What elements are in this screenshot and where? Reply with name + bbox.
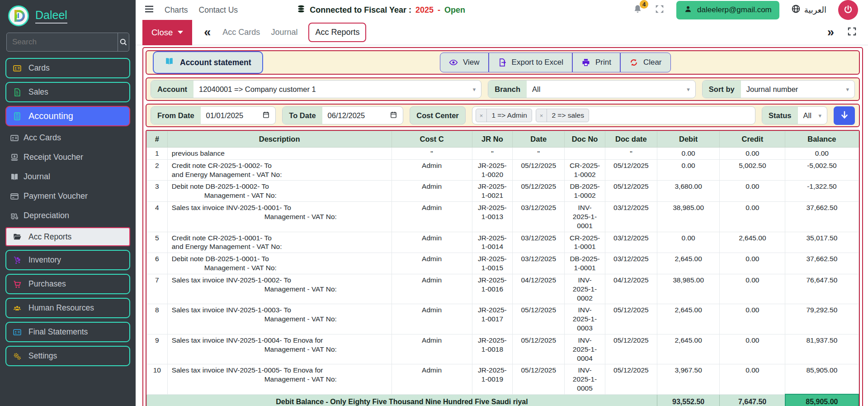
cell-cost-center: Admin [392,232,472,253]
cell-date: 03/12/2025 [513,253,565,274]
sidebar-item-receipt-voucher[interactable]: Receipt Voucher [5,148,130,166]
cell-cost-center: Admin [392,202,472,232]
table-row: 2Credit note CR-2025-1-0002- Toand Energ… [147,159,859,181]
notifications-bell-icon[interactable]: 4 [632,4,643,16]
user-account-button[interactable]: daleelerp@gmail.com [676,1,779,19]
sidebar-item-settings[interactable]: Settings [5,346,130,366]
to-date-field[interactable]: To Date 06/12/2025 [282,106,403,124]
action-label: Print [595,58,611,67]
topbar-link-contact-us[interactable]: Contact Us [199,5,238,15]
logout-power-button[interactable] [838,0,858,20]
tractor-icon [10,211,19,220]
tabbar-right: » [827,26,857,38]
expand-arrows-icon[interactable] [655,4,665,16]
action-label: Clear [643,58,662,67]
cell-debit: 2,645.00 [657,253,720,274]
sort-by-select[interactable]: Sort by Journal number ▾ [702,80,855,98]
cell-description: Sales tax invoice INV-2025-1-0004- To En… [167,334,392,364]
cell-doc-date: 03/12/2025 [605,232,657,253]
from-date-field[interactable]: From Date 01/01/2025 [151,106,276,124]
sidebar-item-purchases[interactable]: Purchases [5,274,130,294]
sidebar-item-final-statements[interactable]: Final Statements [5,322,130,342]
brand-name[interactable]: Daleel [35,9,67,24]
sidebar-item-label: Final Statements [28,327,88,337]
cell-doc-no: DB-2025- 1-0002 [565,181,605,202]
cell-description: Credit note CR-2025-1-0001- Toand Energy… [167,232,392,253]
sidebar-item-acc-cards[interactable]: Acc Cards [5,129,130,147]
tab-acc-reports[interactable]: Acc Reports [308,23,366,42]
app-root: Daleel CardsSalesAccountingAcc CardsRece… [0,0,868,406]
tab-acc-cards[interactable]: Acc Cards [222,28,260,37]
topbar-links: ChartsContact Us [165,5,238,15]
cost-center-tag: ×1 => Admin [476,109,532,122]
power-icon [843,5,853,16]
close-button[interactable]: Close [142,20,192,45]
folder-open-icon [13,232,22,241]
cell-debit: 2,645.00 [657,304,720,334]
cell-doc-date: 03/12/2025 [605,253,657,274]
fiscal-year-status: Connected to Fiscal Year : 2025 - Open [297,4,465,16]
sidebar-item-inventory[interactable]: Inventory [5,250,130,270]
sidebar-item-label: Payment Voucher [24,191,88,201]
sidebar-item-acc-reports[interactable]: Acc Reports [5,227,130,246]
language-switcher[interactable]: العربية [791,4,826,16]
account-select[interactable]: Account 12040001 => Company customer 1 ▾ [151,80,481,98]
tab-journal[interactable]: Journal [271,28,297,37]
credit-card-icon [10,192,19,201]
topbar-link-charts[interactable]: Charts [165,5,188,15]
table-row: 9Sales tax invoice INV-2025-1-0004- To E… [147,334,859,364]
cost-center-label: Cost Center [410,106,466,124]
cell-number: 1 [147,148,168,160]
footer-total-balance: 85,905.00 [785,394,859,406]
cell-cost-center: Admin [392,253,472,274]
cell-debit: 0.00 [657,232,720,253]
sidebar-item-journal[interactable]: Journal [5,168,130,186]
account-statement-button[interactable]: Account statement [153,51,263,74]
cell-doc-date: 05/12/2025 [605,334,657,364]
search-icon[interactable] [118,33,129,51]
sort-by-value: Journal number [746,85,798,94]
sidebar-item-depreciation[interactable]: Depreciation [5,207,130,224]
sidebar-item-payment-voucher[interactable]: Payment Voucher [5,187,130,205]
sidebar-item-cards[interactable]: Cards [5,58,130,78]
cell-date: 03/12/2025 [513,202,565,232]
hamburger-menu-icon[interactable] [144,4,155,16]
cell-description: previous balance [167,148,392,160]
cell-doc-no: INV- 2025-1- 0002 [565,274,605,304]
sidebar-item-label: Acc Reports [28,232,71,242]
chevron-double-left-icon[interactable]: « [204,26,211,38]
cell-doc-no: CR-2025- 1-0001 [565,232,605,253]
footer-summary: Debit Balance - Only Eighty Five Thousan… [147,394,657,406]
sidebar-item-sales[interactable]: Sales [5,82,130,102]
cell-doc-date: 03/12/2025 [605,202,657,232]
clear-button[interactable]: Clear [620,53,671,72]
cell-jr-no: JR-2025- 1-0018 [472,334,513,364]
column-header-jr-no: JR No [472,131,513,148]
sidebar-item-label: Inventory [28,255,61,265]
column-header--: # [147,131,168,148]
sidebar-item-label: Accounting [28,111,73,121]
table-row: 5Credit note CR-2025-1-0001- Toand Energ… [147,232,859,253]
branch-label: Branch [488,81,527,98]
cell-date: 03/12/2025 [513,232,565,253]
cell-date: 05/12/2025 [513,334,565,364]
sidebar-item-accounting[interactable]: Accounting [5,106,130,126]
sidebar-item-label: Human Resources [28,303,94,313]
status-select[interactable]: Status All ▾ [762,106,827,124]
branch-select[interactable]: Branch All ▾ [488,80,696,98]
book-icon [10,172,19,182]
cell-date: 05/12/2025 [513,181,565,202]
daleel-logo-icon[interactable] [8,5,29,26]
cell-doc-date: 05/12/2025 [605,364,657,394]
print-button[interactable]: Print [572,53,620,72]
remove-tag-icon[interactable]: × [536,109,547,122]
sidebar-item-human-resources[interactable]: Human Resources [5,298,130,318]
view-button[interactable]: View [440,53,489,72]
search-input[interactable] [7,33,118,51]
load-report-button[interactable] [834,106,855,125]
export-to-excel-button[interactable]: Export to Excel [489,53,572,72]
cost-center-multiselect[interactable]: ×1 => Admin×2 => sales [472,106,755,124]
fullscreen-icon[interactable] [847,26,857,38]
chevron-double-right-icon[interactable]: » [827,26,834,38]
remove-tag-icon[interactable]: × [476,109,487,122]
